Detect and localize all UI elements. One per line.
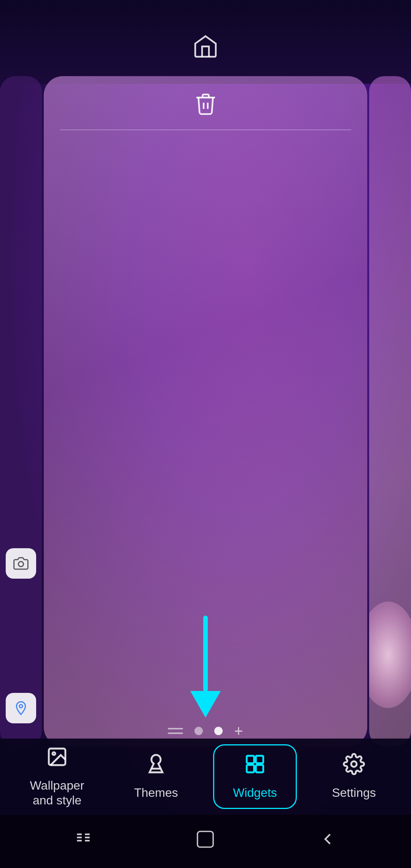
arrow-indicator — [190, 616, 221, 718]
svg-point-1 — [19, 705, 22, 708]
page-dot-2[interactable] — [214, 727, 223, 735]
recents-button[interactable] — [74, 830, 93, 853]
widgets-label: Widgets — [233, 785, 277, 800]
svg-rect-6 — [256, 756, 263, 763]
nav-item-themes[interactable]: Themes — [114, 745, 198, 807]
wallpaper-icon — [46, 746, 68, 773]
svg-point-3 — [53, 752, 55, 755]
svg-point-9 — [351, 761, 357, 767]
delete-icon[interactable] — [193, 76, 218, 122]
svg-point-0 — [18, 562, 23, 566]
svg-rect-16 — [198, 831, 213, 847]
nav-item-settings[interactable]: Settings — [312, 745, 396, 807]
add-page-icon[interactable]: + — [234, 723, 243, 740]
indicator-line-1 — [168, 728, 183, 729]
home-button[interactable] — [195, 829, 216, 854]
back-button[interactable] — [318, 830, 337, 853]
bottom-navigation: Wallpaper and style Themes Widgets — [0, 739, 411, 815]
arrow-head — [190, 691, 221, 718]
app-icon-camera — [6, 548, 36, 579]
arrow-shaft — [203, 616, 208, 692]
top-area — [0, 0, 411, 84]
themes-icon — [145, 753, 167, 780]
settings-icon — [343, 753, 365, 780]
home-icon — [192, 33, 219, 66]
svg-rect-8 — [256, 765, 263, 772]
right-panel — [369, 76, 411, 746]
hamburger-indicator — [168, 728, 183, 734]
nav-item-wallpaper[interactable]: Wallpaper and style — [15, 738, 99, 815]
settings-label: Settings — [332, 785, 376, 800]
themes-label: Themes — [134, 785, 178, 800]
system-navigation — [0, 815, 411, 868]
wallpaper-label: Wallpaper and style — [21, 778, 93, 807]
indicator-line-2 — [168, 732, 183, 734]
svg-rect-7 — [247, 765, 254, 772]
widgets-icon — [244, 753, 266, 780]
right-blob-decoration — [369, 602, 411, 708]
svg-rect-5 — [247, 756, 254, 763]
left-panel — [0, 76, 42, 746]
panel-divider — [60, 129, 351, 130]
nav-item-widgets[interactable]: Widgets — [213, 744, 297, 809]
page-dot-1[interactable] — [194, 727, 203, 735]
